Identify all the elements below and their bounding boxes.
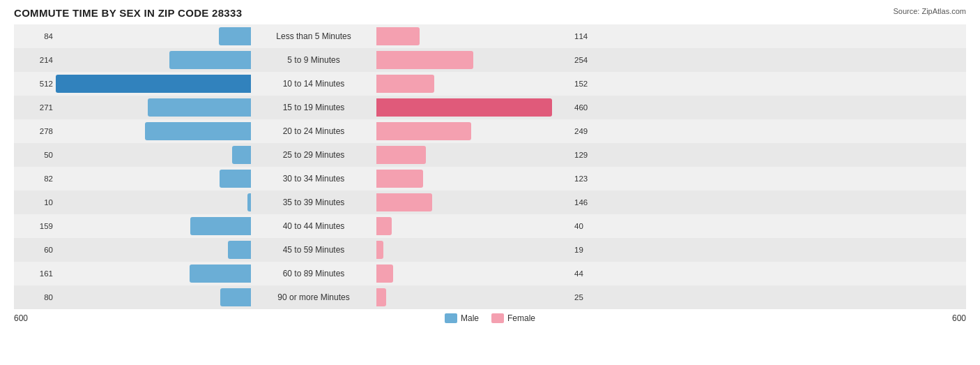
female-bar-space xyxy=(376,262,572,285)
female-value: 146 xyxy=(572,198,613,207)
male-bar xyxy=(220,170,251,188)
female-value: 25 xyxy=(572,293,613,301)
row-label: 35 to 39 Minutes xyxy=(251,198,376,207)
axis-label-left: 600 xyxy=(14,313,28,323)
row-label: 10 to 14 Minutes xyxy=(251,79,376,89)
table-row: 214 5 to 9 Minutes 254 xyxy=(14,48,966,72)
table-row: 271 15 to 19 Minutes 460 xyxy=(14,96,966,119)
female-bar xyxy=(376,241,383,259)
male-bar xyxy=(232,146,251,164)
chart-rows: 84 Less than 5 Minutes 114 214 5 to 9 Mi… xyxy=(14,24,966,309)
source-text: Source: ZipAtlas.com xyxy=(893,7,966,15)
female-value: 123 xyxy=(572,174,613,183)
male-value: 214 xyxy=(14,56,56,64)
table-row: 80 90 or more Minutes 25 xyxy=(14,285,966,309)
female-swatch xyxy=(491,313,504,323)
female-value: 40 xyxy=(572,222,613,230)
female-value: 129 xyxy=(572,151,613,159)
row-label: 30 to 34 Minutes xyxy=(251,174,376,184)
male-label: Male xyxy=(461,313,479,323)
row-label: 90 or more Minutes xyxy=(251,292,376,302)
female-bar-space xyxy=(376,143,572,167)
male-value: 512 xyxy=(14,80,56,88)
male-bar-space xyxy=(56,262,251,285)
table-row: 84 Less than 5 Minutes 114 xyxy=(14,24,966,48)
table-row: 10 35 to 39 Minutes 146 xyxy=(14,191,966,214)
female-label: Female xyxy=(507,313,535,323)
female-bar-space xyxy=(376,96,572,119)
legend-male: Male xyxy=(445,313,479,323)
chart-title: COMMUTE TIME BY SEX IN ZIP CODE 28333 xyxy=(14,7,242,19)
female-value: 44 xyxy=(572,269,613,278)
row-label: 5 to 9 Minutes xyxy=(251,55,376,65)
male-value: 84 xyxy=(14,32,56,40)
female-bar xyxy=(376,217,392,235)
male-bar xyxy=(228,241,251,259)
male-bar-space xyxy=(56,285,251,309)
male-value: 80 xyxy=(14,293,56,301)
female-bar xyxy=(376,98,552,117)
male-value: 10 xyxy=(14,198,56,207)
table-row: 82 30 to 34 Minutes 123 xyxy=(14,167,966,191)
male-bar xyxy=(220,288,251,306)
male-bar xyxy=(145,122,251,140)
female-bar-space xyxy=(376,72,572,96)
female-value: 254 xyxy=(572,56,613,64)
male-bar xyxy=(148,98,251,117)
axis-label-right: 600 xyxy=(952,313,966,323)
female-bar-space xyxy=(376,24,572,48)
male-value: 82 xyxy=(14,174,56,183)
female-bar xyxy=(376,288,386,306)
row-label: 20 to 24 Minutes xyxy=(251,126,376,136)
female-bar-space xyxy=(376,214,572,238)
male-bar-space xyxy=(56,72,251,96)
table-row: 60 45 to 59 Minutes 19 xyxy=(14,238,966,262)
male-value: 159 xyxy=(14,222,56,230)
table-row: 161 60 to 89 Minutes 44 xyxy=(14,262,966,285)
row-label: 40 to 44 Minutes xyxy=(251,221,376,231)
female-value: 249 xyxy=(572,127,613,135)
female-bar xyxy=(376,27,420,45)
male-bar-space xyxy=(56,96,251,119)
female-value: 19 xyxy=(572,246,613,254)
male-bar-space xyxy=(56,167,251,191)
female-bar-space xyxy=(376,285,572,309)
row-label: 45 to 59 Minutes xyxy=(251,245,376,255)
row-label: Less than 5 Minutes xyxy=(251,31,376,41)
female-bar-space xyxy=(376,191,572,214)
female-bar xyxy=(376,51,473,69)
legend-items: Male Female xyxy=(445,313,535,323)
female-bar-space xyxy=(376,238,572,262)
male-bar xyxy=(219,27,251,45)
row-label: 15 to 19 Minutes xyxy=(251,103,376,112)
table-row: 50 25 to 29 Minutes 129 xyxy=(14,143,966,167)
male-bar-space xyxy=(56,214,251,238)
female-bar-space xyxy=(376,48,572,72)
female-bar-space xyxy=(376,167,572,191)
male-bar-space xyxy=(56,238,251,262)
table-row: 512 10 to 14 Minutes 152 xyxy=(14,72,966,96)
female-bar xyxy=(376,122,471,140)
male-bar xyxy=(190,217,251,235)
female-bar xyxy=(376,193,432,211)
title-row: COMMUTE TIME BY SEX IN ZIP CODE 28333 So… xyxy=(14,7,966,19)
male-bar-space xyxy=(56,119,251,143)
female-bar-space xyxy=(376,119,572,143)
female-bar xyxy=(376,170,423,188)
male-bar-space xyxy=(56,191,251,214)
female-value: 114 xyxy=(572,32,613,40)
female-bar xyxy=(376,146,426,164)
table-row: 159 40 to 44 Minutes 40 xyxy=(14,214,966,238)
legend-row: 600 Male Female 600 xyxy=(14,313,966,323)
male-bar xyxy=(169,51,251,69)
male-bar-space xyxy=(56,48,251,72)
male-value: 161 xyxy=(14,269,56,278)
male-bar-space xyxy=(56,143,251,167)
male-swatch xyxy=(445,313,457,323)
male-value: 271 xyxy=(14,103,56,112)
row-label: 60 to 89 Minutes xyxy=(251,269,376,278)
male-bar-space xyxy=(56,24,251,48)
female-value: 460 xyxy=(572,103,613,112)
male-bar xyxy=(56,75,251,93)
female-bar xyxy=(376,75,434,93)
